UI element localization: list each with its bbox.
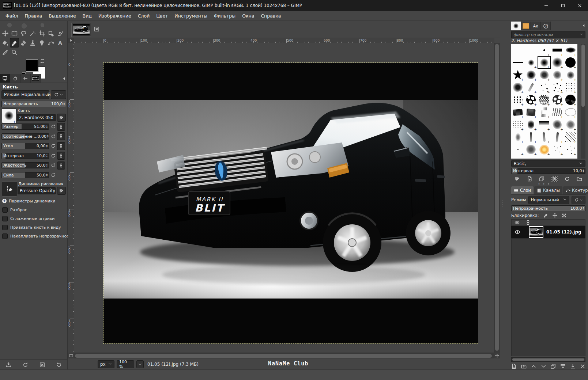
swap-colors-icon[interactable] bbox=[39, 58, 46, 64]
dock-tab-images[interactable] bbox=[31, 74, 41, 83]
brush-item-wisp[interactable]: + bbox=[511, 131, 524, 143]
reset-button[interactable] bbox=[50, 133, 56, 139]
tool-color-picker[interactable] bbox=[1, 48, 10, 57]
horizontal-scrollbar[interactable] bbox=[74, 353, 494, 359]
brush-item-pebbles[interactable]: + bbox=[511, 94, 524, 106]
tool-eraser[interactable] bbox=[19, 38, 28, 48]
layer-row[interactable]: 01.05 (12).jpg bbox=[511, 226, 585, 238]
layer-opacity-slider[interactable]: Непрозрачность100,0▴▾ bbox=[511, 205, 585, 211]
minimize-button[interactable] bbox=[538, 0, 554, 11]
tool-move[interactable] bbox=[1, 28, 10, 38]
delete-brush-button[interactable] bbox=[551, 176, 558, 182]
brush-name-field[interactable]: 2. Hardness 050 bbox=[17, 114, 56, 121]
slider-2[interactable]: Соотношение ...0,00▴▾ bbox=[1, 133, 49, 140]
image-tab[interactable] bbox=[71, 23, 91, 37]
tool-rectangle-select[interactable] bbox=[10, 28, 19, 38]
brush-item-line[interactable] bbox=[511, 56, 524, 69]
brush-item-grunge3[interactable]: + bbox=[564, 118, 577, 131]
tool-paintbrush[interactable] bbox=[10, 38, 19, 48]
brush-item-grunge2[interactable]: + bbox=[551, 118, 564, 131]
new-layer-button[interactable] bbox=[511, 364, 517, 369]
slider-1[interactable]: Размер51,00▴▾ bbox=[1, 123, 49, 130]
slider-3-spinner[interactable]: ▴▾ bbox=[46, 144, 49, 148]
tab-fonts[interactable]: Aa bbox=[531, 22, 541, 30]
tab-help[interactable]: ? bbox=[541, 22, 551, 30]
slider-1-spinner[interactable]: ▴▾ bbox=[46, 125, 49, 129]
anchor-layer-button[interactable] bbox=[570, 364, 576, 369]
zoom-level-field[interactable]: 100 % bbox=[117, 360, 134, 368]
horizontal-scrollbar-thumb[interactable] bbox=[75, 354, 492, 358]
panel-grip[interactable] bbox=[501, 199, 503, 209]
reset-button[interactable] bbox=[50, 172, 56, 178]
tool-paths[interactable] bbox=[46, 38, 56, 48]
brush-spacing-slider-spinner[interactable]: ▴▾ bbox=[583, 169, 585, 173]
brush-item-dots-mid[interactable]: + bbox=[551, 81, 564, 94]
brush-item-diag-lines[interactable]: + bbox=[564, 131, 577, 143]
brush-item-confetti2[interactable]: + bbox=[564, 143, 577, 156]
brush-item-block[interactable]: + bbox=[511, 106, 524, 118]
dock-collapse-icon[interactable] bbox=[62, 76, 66, 81]
link-column-icon[interactable] bbox=[525, 220, 531, 225]
brush-item-grunge[interactable]: + bbox=[511, 81, 524, 94]
paint-mode-dropdown[interactable]: Режим Нормальный bbox=[1, 90, 49, 99]
tab-channels[interactable]: Каналы bbox=[534, 186, 562, 194]
tool-clone[interactable] bbox=[28, 38, 37, 48]
layers-scrollbar[interactable] bbox=[511, 357, 585, 362]
link-to-brush-button[interactable] bbox=[57, 132, 65, 140]
brush-item-sponge[interactable]: + bbox=[524, 143, 538, 156]
slider-6[interactable]: Сила50,0▴▾ bbox=[1, 172, 49, 178]
opacity-slider-spinner[interactable]: ▴▾ bbox=[63, 102, 66, 106]
vertical-scrollbar[interactable] bbox=[494, 43, 500, 353]
quick-mask-button[interactable] bbox=[68, 353, 74, 358]
brush-item-confetti[interactable]: + bbox=[551, 143, 564, 156]
mode-reset-button[interactable] bbox=[51, 90, 66, 99]
menu-filters[interactable]: Фильтры bbox=[211, 12, 239, 20]
edit-brush-button[interactable] bbox=[514, 176, 520, 182]
tool-text[interactable]: A bbox=[56, 38, 65, 48]
brush-item-ellipse[interactable]: + bbox=[564, 44, 577, 56]
brush-item-tiny-dot2[interactable]: + bbox=[511, 143, 524, 156]
dock-tab-tool-options[interactable] bbox=[0, 74, 10, 83]
brush-item-soft-lg[interactable]: + bbox=[551, 56, 564, 69]
restore-tool-options-button[interactable] bbox=[23, 362, 28, 368]
brush-item-stroke-v[interactable]: + bbox=[524, 131, 538, 143]
checkbox-incremental[interactable]: Накапливать непрозрачность bbox=[2, 233, 74, 239]
brush-item-disc-grunge[interactable]: + bbox=[564, 94, 577, 106]
dynamics-options-expander[interactable]: + Параметры динамики bbox=[2, 198, 55, 204]
menu-file[interactable]: Файл bbox=[2, 12, 22, 20]
reset-button[interactable] bbox=[50, 153, 56, 159]
brush-item-blank[interactable] bbox=[511, 44, 524, 56]
reset-button[interactable] bbox=[50, 163, 56, 168]
duplicate-layer-button[interactable] bbox=[550, 364, 556, 369]
new-brush-button[interactable] bbox=[527, 176, 532, 182]
ruler-origin-button[interactable] bbox=[68, 38, 75, 43]
brush-item-tiny-dot[interactable]: + bbox=[538, 44, 551, 56]
menu-edit[interactable]: Правка bbox=[22, 12, 46, 20]
menu-layer[interactable]: Слой bbox=[135, 12, 153, 20]
brush-item-hatch[interactable]: + bbox=[538, 118, 551, 131]
brush-item-splat2[interactable]: + bbox=[538, 69, 551, 81]
brush-item-dots-sparse[interactable]: + bbox=[564, 81, 577, 94]
brush-item-dashes[interactable]: + bbox=[551, 106, 564, 118]
dock-tab-device-status[interactable] bbox=[10, 74, 20, 83]
tab-layers[interactable]: Слои bbox=[511, 186, 534, 194]
lock-position-icon[interactable] bbox=[553, 213, 557, 218]
layers-scrollbar-thumb[interactable] bbox=[512, 358, 584, 361]
layer-visibility-toggle[interactable] bbox=[511, 229, 524, 235]
brush-grid-scrollbar-thumb[interactable] bbox=[581, 45, 585, 107]
opacity-slider[interactable]: Непрозрачность100,0▴▾ bbox=[1, 101, 66, 107]
brush-item-soft-sm[interactable]: + bbox=[524, 56, 538, 69]
visibility-column-icon[interactable] bbox=[514, 220, 520, 225]
brush-item-soft-md[interactable]: + bbox=[538, 56, 551, 69]
zoom-dropdown-button[interactable] bbox=[136, 360, 144, 368]
image-tab-close-button[interactable] bbox=[93, 26, 100, 32]
delete-tool-options-button[interactable] bbox=[39, 362, 45, 368]
brush-item-star[interactable]: + bbox=[511, 69, 524, 81]
reset-tool-options-button[interactable] bbox=[56, 362, 62, 368]
navigation-button[interactable] bbox=[494, 353, 500, 358]
close-button[interactable] bbox=[571, 0, 588, 11]
menu-tools[interactable]: Инструменты bbox=[171, 12, 210, 20]
dock-tab-undo-history[interactable] bbox=[20, 74, 31, 83]
brush-item-cells2[interactable]: + bbox=[551, 94, 564, 106]
link-to-brush-button[interactable] bbox=[57, 142, 65, 150]
